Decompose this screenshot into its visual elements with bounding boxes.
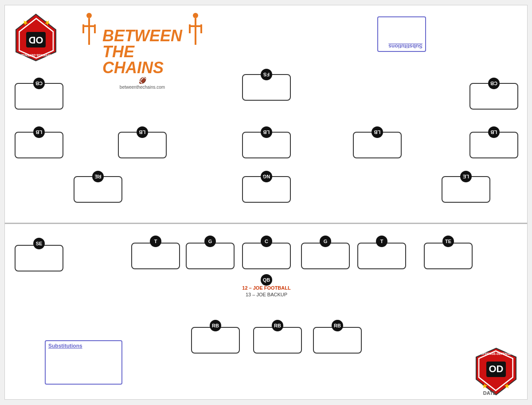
date-label: DATE	[483, 390, 496, 396]
svg-text:★: ★	[44, 20, 50, 27]
off-t-left-badge: T	[150, 236, 161, 247]
svg-rect-9	[82, 25, 96, 27]
svg-text:★: ★	[482, 382, 488, 389]
svg-point-7	[86, 13, 92, 18]
def-le-badge: LE	[460, 171, 472, 182]
def-re-badge: RE	[92, 171, 104, 182]
off-t-right-badge: T	[376, 236, 387, 247]
subs-label-bottom-left: Substitutions	[46, 341, 121, 351]
off-g-left-badge: G	[204, 236, 216, 247]
svg-rect-11	[94, 24, 96, 33]
qb-backup: 13 – JOE BACKUP	[242, 291, 291, 298]
off-rb-center-badge: RB	[272, 320, 283, 331]
def-cb-left-badge: CB	[33, 78, 45, 89]
off-se-badge: SE	[33, 238, 45, 249]
svg-text:OFFENSE-DEFENSE: OFFENSE-DEFENSE	[20, 54, 51, 57]
subs-box-bottom-left[interactable]: Substitutions	[45, 340, 122, 385]
svg-rect-10	[82, 24, 84, 33]
def-lb4-badge: LB	[372, 126, 383, 138]
btc-title-line2: THE	[102, 44, 182, 60]
svg-text:OFFENSE-DEFENSE: OFFENSE-DEFENSE	[481, 352, 512, 355]
svg-text:OD: OD	[489, 363, 504, 374]
logo-bottom-right: ★ ★ OD OFFENSE-DEFENSE	[474, 346, 518, 390]
midline	[5, 223, 527, 224]
def-lb5-badge: LB	[488, 126, 500, 138]
off-qb-text: 12 – JOE FOOTBALL 13 – JOE BACKUP	[242, 285, 291, 299]
btc-title-line1: BETWEEN	[102, 28, 182, 44]
def-fs-badge: FS	[261, 69, 272, 80]
svg-text:★: ★	[504, 382, 510, 389]
off-te-badge: TE	[442, 236, 454, 247]
off-g-right-badge: G	[320, 236, 331, 247]
def-lb3-badge: LB	[261, 126, 272, 138]
def-ng-badge: NG	[261, 171, 272, 182]
off-c-badge: C	[261, 236, 272, 247]
btc-title-line3: CHAINS	[102, 60, 182, 76]
off-rb-left-badge: RB	[210, 320, 221, 331]
btc-url: betweenthechains.com	[102, 85, 182, 90]
def-lb1-badge: LB	[33, 126, 45, 138]
subs-box-top-right[interactable]: Substitutions	[377, 16, 426, 52]
def-cb-right-badge: CB	[488, 78, 500, 89]
logo-top-left: ★ ★ OD OFFENSE-DEFENSE	[14, 14, 58, 63]
off-qb-badge: QB	[261, 274, 272, 286]
btc-logo: BETWEEN THE CHAINS 🏈 betweenthechains.co…	[80, 12, 204, 101]
svg-rect-13	[195, 18, 196, 45]
field: ★ ★ OD OFFENSE-DEFENSE BETWEEN	[4, 5, 528, 400]
svg-text:★: ★	[22, 20, 28, 27]
qb-starter: 12 – JOE FOOTBALL	[242, 285, 291, 291]
def-lb2-badge: LB	[137, 126, 148, 138]
svg-text:OD: OD	[29, 35, 43, 46]
svg-rect-14	[189, 25, 202, 27]
svg-point-12	[193, 13, 198, 18]
off-rb-right-badge: RB	[332, 320, 343, 331]
svg-rect-8	[88, 18, 90, 45]
svg-rect-16	[200, 24, 202, 33]
subs-label-top-right: Substitutions	[378, 41, 425, 51]
svg-rect-15	[189, 24, 191, 33]
